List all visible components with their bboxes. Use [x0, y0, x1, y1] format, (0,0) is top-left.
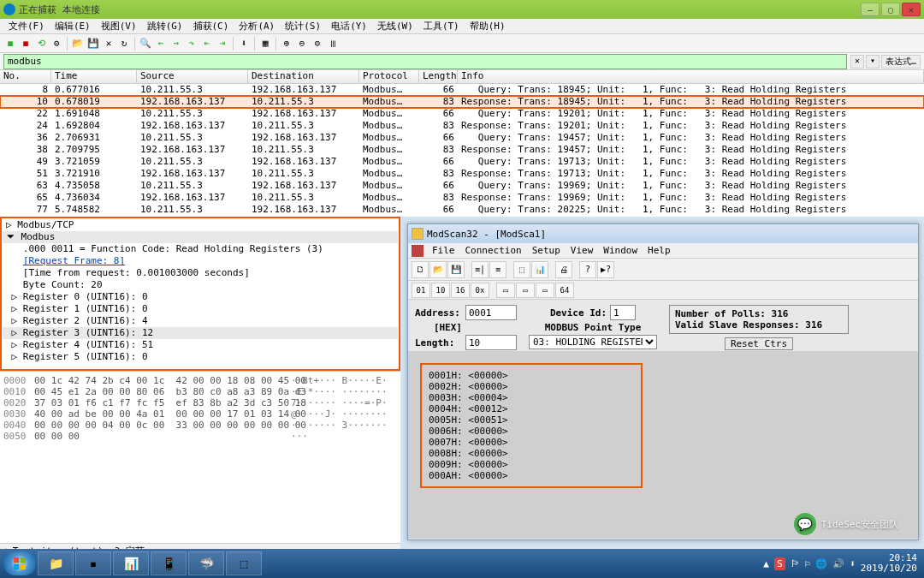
tray-ime-icon[interactable]: S	[774, 557, 785, 570]
task-explorer[interactable]: 📁	[38, 551, 74, 575]
ms-form-icon[interactable]: ⬚	[513, 261, 530, 278]
ms-disconn-icon[interactable]: ≡	[489, 261, 506, 278]
menu-telephony[interactable]: 电话(Y)	[326, 20, 372, 33]
ms-fmt-hex-icon[interactable]: 16	[451, 283, 470, 298]
colorize-icon[interactable]: ▦	[258, 37, 272, 51]
close-file-icon[interactable]: ✕	[102, 37, 116, 51]
ms-fmt-b-icon[interactable]: ▭	[516, 283, 535, 298]
tree-line[interactable]: ▷ Modbus/TCP	[3, 219, 398, 231]
ms-help-icon[interactable]: ▶?	[597, 261, 614, 278]
hex-line[interactable]: 002037 03 01 f6 c1 f7 fc f5 ef 83 8b a2 …	[3, 397, 397, 408]
last-icon[interactable]: ⇥	[216, 37, 229, 51]
first-icon[interactable]: ⇤	[200, 37, 214, 51]
ms-save-icon[interactable]: 💾	[447, 261, 465, 278]
ms-menu-window[interactable]: Window	[598, 245, 643, 256]
packet-bytes-pane[interactable]: 000000 1c 42 74 2b c4 00 1c 42 00 00 18 …	[0, 371, 400, 543]
menu-help[interactable]: 帮助(H)	[465, 20, 511, 33]
packet-row[interactable]: 775.74858210.211.55.3192.168.163.137Modb…	[0, 204, 924, 216]
packet-row[interactable]: 80.67701610.211.55.3192.168.163.137Modbu…	[0, 84, 924, 96]
start-capture-icon[interactable]: ◼	[3, 37, 17, 51]
restart-capture-icon[interactable]: ⟲	[34, 37, 48, 51]
menu-capture[interactable]: 捕获(C)	[188, 20, 234, 33]
ms-menu-view[interactable]: View	[566, 245, 599, 256]
stop-capture-icon[interactable]: ◼	[19, 37, 33, 51]
close-button[interactable]: ✕	[902, 3, 921, 16]
devid-input[interactable]	[610, 305, 636, 320]
menu-tools[interactable]: 工具(T)	[418, 20, 465, 33]
system-tray[interactable]: ▲ S 🏳 ⚐ 🌐 🔊 ⬇ 20:14 2019/10/20	[763, 553, 921, 574]
zoomin-icon[interactable]: ⊕	[280, 37, 293, 51]
reload-icon[interactable]: ↻	[117, 37, 131, 51]
ms-fmt-dec-icon[interactable]: 10	[431, 283, 450, 298]
maximize-button[interactable]: ▢	[881, 3, 900, 16]
start-button[interactable]	[3, 551, 36, 575]
menu-edit[interactable]: 编辑(E)	[50, 20, 96, 33]
tray-action-icon[interactable]: ⚐	[805, 558, 811, 569]
packet-row[interactable]: 634.73505810.211.55.3192.168.163.137Modb…	[0, 180, 924, 192]
ms-fmt-d-icon[interactable]: 64	[555, 283, 574, 298]
col-proto[interactable]: Protocol	[359, 70, 419, 83]
menu-go[interactable]: 跳转(G)	[142, 20, 188, 33]
tree-line[interactable]: .000 0011 = Function Code: Read Holding …	[3, 243, 398, 255]
packet-row[interactable]: 241.692804192.168.163.13710.211.55.3Modb…	[0, 120, 924, 132]
packet-list[interactable]: No. Time Source Destination Protocol Len…	[0, 70, 924, 217]
tree-line[interactable]: ▷ Register 4 (UINT16): 51	[3, 339, 398, 351]
ms-about-icon[interactable]: ?	[579, 261, 596, 278]
hex-line[interactable]: 005000 00 00···	[3, 431, 397, 442]
col-dst[interactable]: Destination	[248, 70, 359, 83]
menu-view[interactable]: 视图(V)	[96, 20, 142, 33]
save-icon[interactable]: 💾	[86, 37, 100, 51]
tray-flag-icon[interactable]: 🏳	[791, 558, 800, 569]
menu-stats[interactable]: 统计(S)	[280, 20, 326, 33]
length-input[interactable]	[465, 335, 517, 350]
packet-details-pane[interactable]: ▷ Modbus/TCP⏷ Modbus .000 0011 = Functio…	[0, 217, 400, 371]
col-info[interactable]: Info	[458, 70, 924, 83]
task-modscan[interactable]: ⬚	[226, 551, 262, 575]
modscan-doc-icon[interactable]	[412, 245, 424, 257]
hex-line[interactable]: 004000 00 00 00 04 00 0c 00 33 00 00 00 …	[3, 420, 397, 431]
task-app2[interactable]: 📱	[151, 551, 187, 575]
tree-line[interactable]: [Request Frame: 8]	[3, 255, 398, 267]
reset-ctrs-button[interactable]: Reset Ctrs	[725, 337, 793, 350]
tray-clock[interactable]: 20:14 2019/10/20	[861, 553, 917, 574]
tree-line[interactable]: ▷ Register 3 (UINT16): 12	[3, 327, 398, 339]
menu-wireless[interactable]: 无线(W)	[372, 20, 418, 33]
zoomout-icon[interactable]: ⊖	[295, 37, 309, 51]
zoom100-icon[interactable]: ⊜	[311, 37, 324, 51]
resize-cols-icon[interactable]: ⫼	[326, 37, 340, 51]
find-icon[interactable]: 🔍	[139, 37, 152, 51]
col-len[interactable]: Length	[419, 70, 458, 83]
tray-icon-1[interactable]: ▲	[763, 558, 769, 569]
tray-net-icon[interactable]: 🌐	[815, 558, 827, 569]
ms-menu-help[interactable]: Help	[643, 245, 676, 256]
ms-print-icon[interactable]: 🖨	[555, 261, 572, 278]
ms-chart-icon[interactable]: 📊	[531, 261, 548, 278]
tree-line[interactable]: ▷ Register 5 (UINT16): 0	[3, 351, 398, 363]
tree-line[interactable]: ⏷ Modbus	[3, 231, 398, 243]
tree-line[interactable]: Byte Count: 20	[3, 279, 398, 291]
tray-vol-icon[interactable]: 🔊	[832, 558, 844, 569]
forward-icon[interactable]: →	[169, 37, 183, 51]
packet-row[interactable]: 493.72105910.211.55.3192.168.163.137Modb…	[0, 156, 924, 168]
hex-line[interactable]: 003040 00 ad be 00 00 4a 01 00 00 00 17 …	[3, 408, 397, 420]
task-cmd[interactable]: ▪	[75, 551, 111, 575]
tree-line[interactable]: ▷ Register 2 (UINT16): 4	[3, 315, 398, 327]
ms-fmt-oct-icon[interactable]: 0x	[471, 283, 489, 298]
goto-icon[interactable]: ↷	[185, 37, 198, 51]
modscan-window[interactable]: ModScan32 - [ModSca1] File Connection Se…	[407, 223, 919, 540]
packet-row[interactable]: 100.678019192.168.163.13710.211.55.3Modb…	[0, 96, 924, 108]
ms-fmt-c-icon[interactable]: ▭	[536, 283, 554, 298]
col-time[interactable]: Time	[51, 70, 137, 83]
windows-taskbar[interactable]: 📁 ▪ 📊 📱 🦈 ⬚ ▲ S 🏳 ⚐ 🌐 🔊 ⬇ 20:14 2019/10/…	[0, 549, 924, 578]
menu-analyze[interactable]: 分析(A)	[234, 20, 280, 33]
tray-usb-icon[interactable]: ⬇	[850, 558, 856, 569]
tree-line[interactable]: ▷ Register 0 (UINT16): 0	[3, 291, 398, 303]
hex-line[interactable]: 001000 45 e1 2a 00 00 80 06 b3 80 c0 a8 …	[3, 386, 397, 397]
ms-menu-conn[interactable]: Connection	[460, 245, 527, 256]
task-app1[interactable]: 📊	[113, 551, 149, 575]
filter-expression-button[interactable]: 表达式…	[881, 55, 921, 69]
col-src[interactable]: Source	[137, 70, 248, 83]
point-type-select[interactable]: 03: HOLDING REGISTER	[529, 335, 657, 349]
filter-clear-icon[interactable]: ✕	[850, 55, 864, 69]
ms-new-icon[interactable]: 🗋	[412, 261, 429, 278]
